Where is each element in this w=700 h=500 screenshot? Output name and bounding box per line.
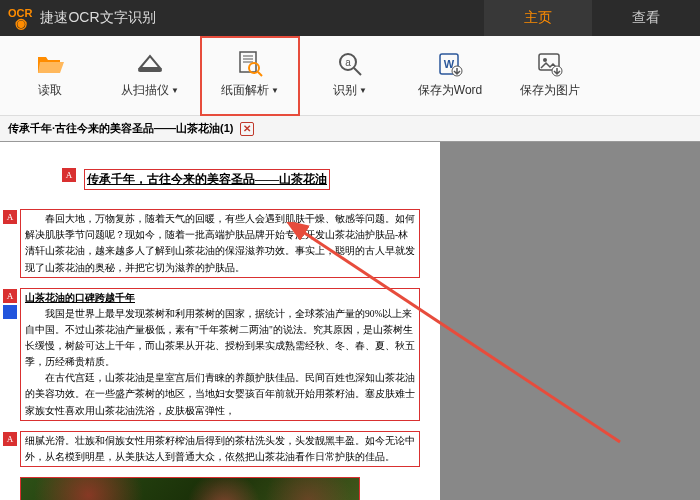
document-tab[interactable]: 传承千年·古往今来的美容圣品——山茶花油(1) ✕ (8, 121, 254, 136)
scanner-button[interactable]: 从扫描仪▼ (100, 36, 200, 116)
svg-text:a: a (345, 57, 351, 68)
image-icon (536, 52, 564, 76)
text-region[interactable]: A 细腻光滑。壮族和侗族女性用茶籽榨油后得到的茶枯洗头发，头发靓黑丰盈。如今无论… (20, 431, 420, 467)
save-word-button[interactable]: W 保存为Word (400, 36, 500, 116)
chevron-down-icon: ▼ (171, 86, 179, 95)
read-button[interactable]: 读取 (0, 36, 100, 116)
text-region[interactable]: A 山茶花油的口碑跨越千年 我国是世界上最早发现茶树和利用茶树的国家，据统计，全… (20, 288, 420, 421)
paragraph: 我国是世界上最早发现茶树和利用茶树的国家，据统计，全球茶油产量的90%以上来自中… (25, 306, 415, 419)
tab-view[interactable]: 查看 (592, 0, 700, 36)
save-image-button[interactable]: 保存为图片 (500, 36, 600, 116)
svg-line-9 (354, 68, 361, 75)
doc-heading: 传承千年，古往今来的美容圣品——山茶花油 (84, 169, 330, 190)
document-tab-bar: 传承千年·古往今来的美容圣品——山茶花油(1) ✕ (0, 116, 700, 142)
svg-rect-0 (138, 68, 162, 72)
chevron-down-icon: ▼ (359, 86, 367, 95)
parse-button[interactable]: 纸面解析▼ (200, 36, 300, 116)
document-search-icon (236, 52, 264, 76)
tab-home[interactable]: 主页 (484, 0, 592, 36)
parse-label: 纸面解析 (221, 82, 269, 99)
scanner-label: 从扫描仪 (121, 82, 169, 99)
region-marker: A (3, 432, 17, 446)
recognize-button[interactable]: a 识别▼ (300, 36, 400, 116)
region-marker: A (3, 289, 17, 303)
app-logo: OCR◉ (8, 8, 32, 29)
content-area: A 传承千年，古往今来的美容圣品——山茶花油 A 春回大地，万物复苏，随着天气的… (0, 142, 700, 500)
paragraph: 春回大地，万物复苏，随着天气的回暖，有些人会遇到肌肤干燥、敏感等问题。如何解决肌… (25, 211, 415, 276)
folder-open-icon (36, 52, 64, 76)
top-tabs: 主页 查看 (484, 0, 700, 36)
recognize-label: 识别 (333, 82, 357, 99)
scanner-icon (136, 52, 164, 76)
app-title: 捷速OCR文字识别 (40, 9, 155, 27)
svg-line-6 (258, 72, 262, 76)
region-marker: A (62, 168, 76, 182)
text-region[interactable]: A 春回大地，万物复苏，随着天气的回暖，有些人会遇到肌肤干燥、敏感等问题。如何解… (20, 209, 420, 278)
document-tab-title: 传承千年·古往今来的美容圣品——山茶花油(1) (8, 121, 234, 136)
svg-point-14 (543, 58, 547, 62)
recognize-icon: a (336, 52, 364, 76)
toolbar: 读取 从扫描仪▼ 纸面解析▼ a 识别▼ W 保存为Word 保存为图片 (0, 36, 700, 116)
subheading: 山茶花油的口碑跨越千年 (25, 290, 415, 306)
close-icon[interactable]: ✕ (240, 122, 254, 136)
image-region[interactable] (20, 477, 360, 500)
save-image-label: 保存为图片 (520, 82, 580, 99)
document-view[interactable]: A 传承千年，古往今来的美容圣品——山茶花油 A 春回大地，万物复苏，随着天气的… (0, 142, 440, 500)
save-word-label: 保存为Word (418, 82, 482, 99)
chevron-down-icon: ▼ (271, 86, 279, 95)
region-marker-blue (3, 305, 17, 319)
side-panel (440, 142, 700, 500)
region-marker: A (3, 210, 17, 224)
title-bar: OCR◉ 捷速OCR文字识别 主页 查看 (0, 0, 700, 36)
word-icon: W (436, 52, 464, 76)
paragraph: 细腻光滑。壮族和侗族女性用茶籽榨油后得到的茶枯洗头发，头发靓黑丰盈。如今无论中外… (25, 433, 415, 465)
read-label: 读取 (38, 82, 62, 99)
